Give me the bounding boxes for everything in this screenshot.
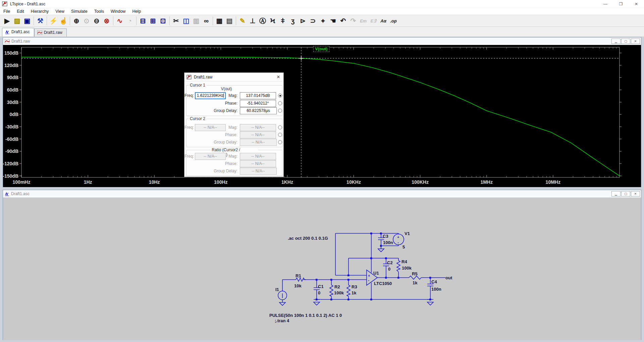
cursor1-mag-field[interactable]: 137.01475dB — [240, 92, 276, 99]
diode-icon[interactable]: ⊳ — [298, 16, 308, 25]
polar-plot-icon[interactable]: ◔ — [125, 16, 135, 25]
part-value[interactable]: 1k — [352, 290, 357, 295]
part-value[interactable]: 0 — [388, 267, 390, 272]
part-label[interactable]: C3 — [383, 234, 388, 239]
drag-icon[interactable]: ☚ — [328, 16, 338, 25]
paste-icon[interactable]: ▥ — [191, 16, 201, 25]
part-value[interactable]: 1k — [413, 280, 418, 285]
plot-settings-icon[interactable]: ∿ — [115, 16, 125, 25]
part-label[interactable]: V1 — [405, 231, 410, 236]
menu-help[interactable]: Help — [129, 8, 144, 15]
trace-legend-vout[interactable]: V(out) — [313, 46, 329, 52]
find-icon[interactable]: ∞ — [201, 16, 211, 25]
spice-directive-icon[interactable]: .op — [388, 16, 398, 25]
part-label[interactable]: U1 — [373, 271, 379, 276]
part-value[interactable]: 0 — [318, 290, 320, 295]
child-minimize-button[interactable]: ▁ — [611, 191, 621, 196]
cursor1-group-delay-field[interactable]: 60.822578µs — [240, 107, 277, 114]
schematic-canvas[interactable]: + - + - I1 R1 10k C1 0 R2 100k R3 1k U1 … — [3, 197, 641, 340]
control-panel-icon[interactable]: ⚒ — [35, 16, 45, 25]
spice-directive-tran[interactable]: ;.tran 4 — [275, 318, 289, 323]
arrange-windows-icon[interactable]: ⊡ — [158, 16, 168, 25]
mirror-icon[interactable]: Em — [358, 16, 368, 25]
tab-draft1-asc[interactable]: Draft1.asc — [2, 28, 34, 37]
copy-icon[interactable]: ◫ — [181, 16, 191, 25]
tile-windows-icon[interactable]: ⊟ — [138, 16, 148, 25]
part-label[interactable]: R2 — [334, 284, 340, 289]
part-value[interactable]: 100k — [402, 266, 412, 271]
ground-icon[interactable]: ⊥ — [248, 16, 258, 25]
cursor2-mag-radio[interactable] — [278, 125, 282, 129]
text-icon[interactable]: Aα — [378, 16, 388, 25]
vout-trace[interactable] — [21, 57, 620, 176]
open-icon[interactable]: ▨ — [12, 16, 22, 25]
run-simulation-icon[interactable]: ⚡ — [48, 16, 58, 25]
capacitor-icon[interactable]: ǂ — [278, 16, 288, 25]
part-value[interactable]: 5 — [402, 244, 405, 249]
wire-icon[interactable]: ✎ — [237, 16, 248, 25]
zoom-full-extents-icon[interactable]: ⊗ — [102, 16, 112, 25]
print-icon[interactable]: ▦ — [214, 16, 224, 25]
cursor1-group-delay-radio[interactable] — [278, 109, 282, 113]
part-value[interactable]: 100n — [383, 240, 393, 245]
close-button[interactable]: ✕ — [629, 0, 644, 8]
part-value[interactable]: 100k — [334, 290, 344, 295]
rotate-icon[interactable]: E∃ — [368, 16, 378, 25]
menu-window[interactable]: Window — [107, 8, 129, 15]
menu-simulate[interactable]: Simulate — [68, 8, 91, 15]
waveform-plot-area[interactable]: 150dB120dB90dB60dB30dB0dB-30dB-60dB-90dB… — [3, 45, 641, 187]
schematic-window-titlebar[interactable]: Draft1.asc ▁ ▢ ✕ — [3, 190, 641, 197]
cursor1-phase-radio[interactable] — [278, 101, 282, 105]
net-label-out[interactable]: out — [445, 275, 452, 280]
part-label[interactable]: I1 — [275, 287, 279, 292]
cursor1-crosshair[interactable] — [299, 56, 303, 60]
part-value[interactable]: 10k — [294, 283, 302, 288]
tab-draft1-raw[interactable]: Draft1.raw — [34, 28, 67, 37]
part-label[interactable]: R1 — [296, 273, 301, 278]
child-minimize-button[interactable]: ▁ — [611, 39, 621, 44]
print-preview-icon[interactable]: ▤ — [224, 16, 234, 25]
run-icon[interactable]: ▶ — [2, 16, 12, 25]
part-label[interactable]: R3 — [352, 284, 357, 289]
move-icon[interactable]: ⌖ — [318, 16, 328, 25]
cursor-dialog-titlebar[interactable]: Draft1.raw ✕ — [184, 73, 283, 81]
child-maximize-button[interactable]: ▢ — [621, 39, 630, 44]
part-label[interactable]: R5 — [412, 271, 418, 276]
menu-hierarchy[interactable]: Hierarchy — [28, 8, 52, 15]
cursor-dialog[interactable]: Draft1.raw ✕ Cursor 1 V(out) Freq: 1.622… — [184, 72, 284, 177]
cascade-windows-icon[interactable]: ⊞ — [148, 16, 158, 25]
cursor1-mag-radio[interactable] — [278, 94, 282, 98]
part-value[interactable]: 100n — [431, 287, 441, 292]
cursor2-phase-radio[interactable] — [278, 133, 282, 137]
inductor-icon[interactable]: ʒ — [288, 16, 298, 25]
child-close-button[interactable]: ✕ — [631, 39, 640, 44]
cut-icon[interactable]: ✂ — [171, 16, 181, 25]
child-close-button[interactable]: ✕ — [631, 191, 640, 196]
cursor2-group-delay-radio[interactable] — [278, 140, 282, 144]
halt-icon[interactable]: ☝ — [58, 16, 68, 25]
restore-button[interactable]: ❐ — [613, 0, 629, 8]
save-icon[interactable]: ▣ — [22, 16, 32, 25]
dialog-close-icon[interactable]: ✕ — [273, 74, 283, 79]
part-value[interactable]: LTC1050 — [374, 281, 392, 286]
child-maximize-button[interactable]: ▢ — [621, 191, 630, 196]
part-label[interactable]: C4 — [431, 279, 437, 284]
undo-icon[interactable]: ↶ — [338, 16, 348, 25]
zoom-in-icon[interactable]: ⊕ — [71, 16, 82, 25]
menu-view[interactable]: View — [52, 8, 68, 15]
component-icon[interactable]: ⊃ — [308, 16, 318, 25]
redo-icon[interactable]: ↷ — [348, 16, 358, 25]
zoom-out-icon[interactable]: ⊖ — [92, 16, 102, 25]
part-label[interactable]: C1 — [318, 284, 324, 289]
label-net-icon[interactable]: Ⓐ — [258, 16, 268, 25]
cursor1-phase-field[interactable]: -51.940212° — [240, 100, 276, 107]
zoom-area-icon[interactable]: ⊙ — [82, 16, 92, 25]
menu-file[interactable]: File — [0, 8, 13, 15]
waveform-window-titlebar[interactable]: Draft1.raw ▁ ▢ ✕ — [3, 38, 641, 45]
part-label[interactable]: R4 — [401, 259, 407, 264]
resistor-icon[interactable]: Ϟ — [268, 16, 278, 25]
menu-edit[interactable]: Edit — [13, 8, 28, 15]
menu-tools[interactable]: Tools — [91, 8, 107, 15]
part-label[interactable]: C2 — [387, 260, 393, 265]
source-value-pulse[interactable]: PULSE(50n 100n 1 0.1 0.1 2) AC 1 0 — [269, 313, 342, 318]
